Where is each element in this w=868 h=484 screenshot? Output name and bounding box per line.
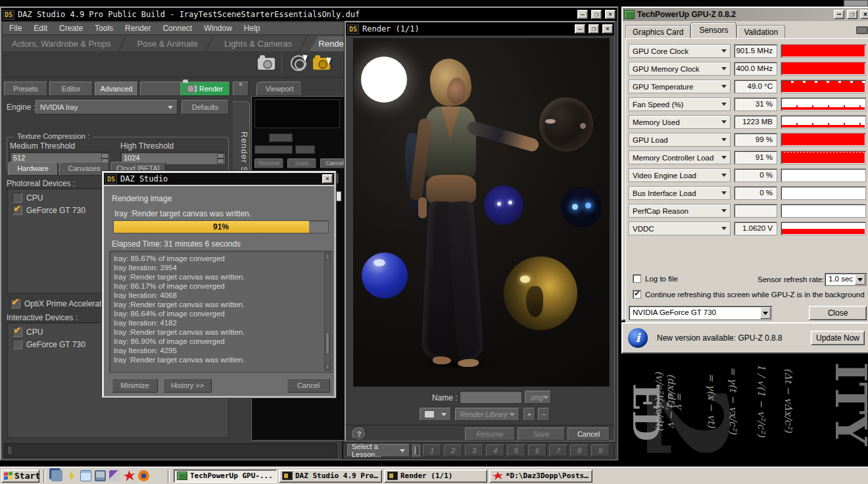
lesson-number-button[interactable]: 2 [444, 445, 462, 456]
task-button[interactable]: *D:\Daz3Dopp\Posts\... [489, 470, 592, 483]
log-scrollbar[interactable] [324, 253, 331, 371]
history-button[interactable]: History >> [163, 378, 212, 393]
render-titlebar[interactable]: DS Render (1/1) – ❐ × [346, 22, 614, 36]
render-library-dropdown[interactable]: Render Library [455, 408, 519, 421]
dialog-cancel-button[interactable]: Cancel [287, 378, 330, 393]
maximize-icon[interactable]: ❐ [847, 10, 857, 19]
sensor-name-dropdown[interactable]: Fan Speed (%) [629, 97, 731, 111]
gpuz-tab[interactable]: Sensors [690, 22, 736, 37]
task-button[interactable]: Render (1/1) [384, 470, 487, 483]
gpuz-tab[interactable]: Graphics Card [625, 25, 690, 39]
hardware-tab[interactable]: Hardware [8, 162, 58, 176]
menu-item[interactable]: Tools [95, 24, 113, 33]
minimize-button[interactable]: Minimize [112, 378, 158, 393]
name-input[interactable] [459, 391, 522, 404]
lesson-number-button[interactable]: 3 [465, 445, 483, 456]
cancel-button[interactable]: Cancel [567, 427, 610, 441]
start-button[interactable]: Start [1, 470, 39, 483]
close-icon[interactable]: × [322, 174, 333, 183]
subtab[interactable]: Presets [4, 82, 47, 96]
menu-item[interactable]: Help [244, 24, 260, 33]
image-type-dropdown[interactable] [420, 408, 451, 421]
extension-dropdown[interactable]: .png [525, 391, 551, 404]
lesson-number-button[interactable]: 1 [423, 445, 441, 456]
quick-launch-icon[interactable] [153, 470, 164, 481]
task-button[interactable]: DAZ Studio 4.9 Pro Pu... [279, 470, 382, 483]
render-start-button[interactable]: Render [180, 82, 230, 96]
sensor-name-dropdown[interactable]: Bus Interface Load [629, 186, 731, 200]
dropdown-arrow-icon[interactable] [760, 307, 771, 319]
gpuz-titlebar[interactable]: TechPowerUp GPU-Z 0.8.2 – ❐ × [623, 8, 868, 21]
device-dropdown[interactable]: NVIDIA GeForce GT 730 [629, 306, 772, 320]
sensor-name-dropdown[interactable]: GPU Memory Clock [629, 62, 731, 76]
update-now-button[interactable]: Update Now [811, 331, 865, 345]
gpuz-close-button[interactable]: Close [809, 306, 867, 320]
dropdown-arrow-icon[interactable] [855, 274, 865, 285]
sensor-name-dropdown[interactable]: GPU Load [629, 133, 731, 147]
quick-launch-icon[interactable] [51, 470, 62, 481]
minimize-icon[interactable]: – [575, 24, 585, 34]
device-checkbox[interactable]: ✔ [12, 193, 22, 203]
lesson-number-button[interactable]: 9 [591, 445, 610, 456]
sensor-name-dropdown[interactable]: GPU Temperature [629, 80, 731, 93]
quick-launch-icon[interactable] [124, 470, 135, 481]
continue-refresh-checkbox[interactable]: ✓ [633, 290, 641, 299]
device-checkbox[interactable]: ✔ [12, 339, 22, 349]
add-button[interactable]: + [523, 408, 535, 421]
device-checkbox[interactable]: ✔ [12, 327, 22, 337]
lesson-number-button[interactable]: 7 [549, 445, 567, 456]
activity-tab[interactable]: Pose & Animate [128, 36, 216, 51]
subtab[interactable]: Editor [49, 82, 93, 96]
menu-item[interactable]: Window [204, 24, 232, 33]
mini-control[interactable] [295, 145, 315, 154]
render-camera-icon[interactable] [258, 58, 275, 70]
dialog-titlebar[interactable]: DS DAZ Studio × [104, 173, 334, 186]
subtab[interactable]: Advanced [95, 82, 138, 96]
sensor-name-dropdown[interactable]: Video Engine Load [629, 168, 731, 182]
gpuz-tab[interactable]: Validation [736, 25, 785, 39]
remove-button[interactable]: − [538, 408, 550, 421]
menu-item[interactable]: Connect [162, 24, 192, 33]
minimize-icon[interactable]: – [577, 10, 588, 19]
quick-launch-icon[interactable] [138, 470, 149, 481]
menu-item[interactable]: Render [125, 24, 151, 33]
quick-launch-icon[interactable] [95, 470, 106, 481]
menu-item[interactable]: Create [59, 24, 83, 33]
close-icon[interactable]: × [605, 10, 615, 19]
quick-launch-icon[interactable] [80, 470, 91, 481]
refresh-rate-dropdown[interactable]: 1.0 sec [825, 273, 867, 286]
engine-dropdown[interactable]: NVIDIA Iray [36, 100, 178, 114]
subtab[interactable] [140, 82, 183, 96]
device-checkbox[interactable]: ✔ [12, 205, 22, 215]
mini-control[interactable] [269, 133, 293, 142]
sensor-name-dropdown[interactable]: PerfCap Reason [629, 204, 731, 218]
help-icon[interactable]: ? [352, 427, 366, 441]
lesson-number-button[interactable]: 8 [570, 445, 589, 456]
maximize-icon[interactable]: ❐ [589, 24, 599, 34]
render-log[interactable]: Iray: 85.67% of image convergedIray Iter… [109, 251, 333, 373]
save-button[interactable]: Save [518, 427, 565, 441]
scroll-up-icon[interactable] [326, 254, 329, 260]
mini-save-button[interactable]: Save [287, 158, 316, 168]
sensor-name-dropdown[interactable]: VDDC [629, 222, 731, 235]
close-icon[interactable]: × [860, 10, 868, 19]
sensor-name-dropdown[interactable]: Memory Used [629, 115, 731, 129]
activity-tab[interactable]: Actors, Wardrobe & Props [3, 36, 128, 51]
minimize-icon[interactable]: – [834, 10, 844, 19]
filmstrip-icon[interactable] [412, 445, 420, 456]
log-to-file-checkbox[interactable]: ✓ [633, 274, 641, 283]
activity-tab[interactable]: Lights & Cameras [215, 36, 309, 51]
lesson-number-button[interactable]: 4 [486, 445, 504, 456]
menu-item[interactable]: Edit [34, 24, 47, 33]
task-button[interactable]: TechPowerUp GPU-... [174, 470, 277, 483]
daz-titlebar[interactable]: DS DAZ Studio 4.9 Pro Public Build - Ira… [1, 8, 617, 21]
resume-button[interactable]: Resume [465, 427, 515, 441]
quick-launch-icon[interactable] [66, 470, 77, 481]
pane-menu-icon[interactable]: ≡ [233, 82, 249, 96]
lesson-number-button[interactable]: 5 [507, 445, 525, 456]
optix-checkbox[interactable]: ✔ [11, 299, 20, 308]
maximize-icon[interactable]: ❐ [591, 10, 602, 19]
screenshot-camera-icon[interactable] [856, 26, 868, 34]
menu-item[interactable]: File [9, 24, 22, 33]
defaults-button[interactable]: Defaults [181, 100, 229, 114]
